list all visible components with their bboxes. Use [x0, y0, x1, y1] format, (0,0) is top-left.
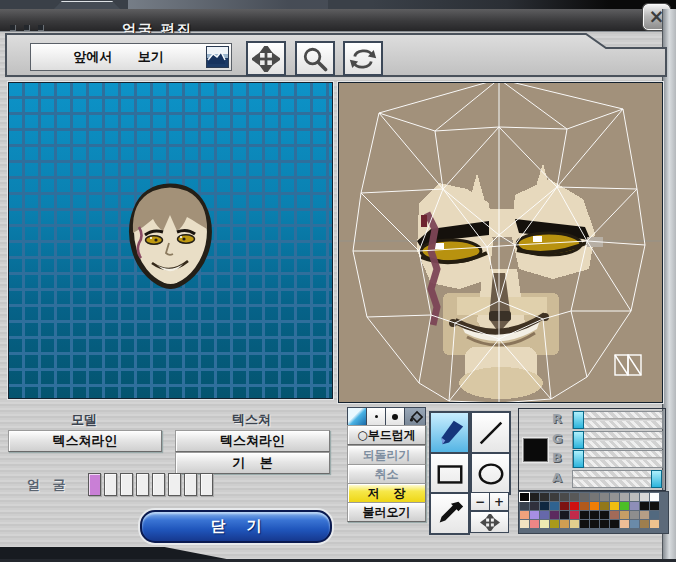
palette-swatch[interactable] [640, 511, 649, 519]
face-slot[interactable] [104, 473, 117, 496]
current-color-swatch[interactable] [523, 438, 548, 462]
palette-swatch[interactable] [640, 520, 649, 528]
undo-button[interactable]: 되돌리기 [347, 445, 426, 465]
face-slot[interactable] [120, 473, 133, 496]
palette-swatch[interactable] [580, 493, 589, 501]
palette-swatch[interactable] [600, 493, 609, 501]
palette-swatch[interactable] [620, 511, 629, 519]
palette-swatch[interactable] [540, 493, 549, 501]
pen-size-large-button[interactable] [385, 407, 405, 426]
palette-swatch[interactable] [530, 502, 539, 510]
palette-swatch[interactable] [560, 511, 569, 519]
palette-swatch[interactable] [530, 520, 539, 528]
slider-handle[interactable] [651, 470, 662, 488]
slider-handle[interactable] [573, 431, 584, 449]
load-button[interactable]: 불러오기 [347, 502, 426, 522]
slider-handle[interactable] [573, 450, 584, 468]
pen-size-medium-button[interactable] [366, 407, 386, 426]
palette-swatch[interactable] [550, 511, 559, 519]
line-tool-button[interactable] [470, 411, 511, 454]
palette-swatch[interactable] [640, 502, 649, 510]
palette-swatch[interactable] [570, 502, 579, 510]
texture-textureline-button[interactable]: 텍스쳐라인 [175, 430, 330, 452]
slider-alpha[interactable] [572, 470, 663, 488]
face-slot[interactable] [200, 473, 213, 496]
palette-swatch[interactable] [600, 502, 609, 510]
palette-swatch[interactable] [590, 502, 599, 510]
pan-tool-button[interactable] [470, 511, 509, 533]
palette-swatch[interactable] [620, 520, 629, 528]
zoom-out-button[interactable]: − [470, 492, 490, 511]
palette-swatch[interactable] [530, 493, 539, 501]
view-direction-dropdown[interactable]: 앞에서 보기 [30, 43, 232, 71]
palette-swatch[interactable] [610, 511, 619, 519]
palette-swatch[interactable] [540, 502, 549, 510]
dropdown-arrow-icon[interactable] [206, 46, 229, 68]
palette-swatch[interactable] [630, 520, 639, 528]
palette-swatch[interactable] [550, 520, 559, 528]
zoom-in-button[interactable]: + [489, 492, 509, 511]
face-slot[interactable] [152, 473, 165, 496]
palette-swatch[interactable] [570, 493, 579, 501]
palette-swatch[interactable] [640, 493, 649, 501]
texture-mesh-panel[interactable] [338, 82, 663, 403]
palette-swatch[interactable] [620, 493, 629, 501]
cancel-button[interactable]: 취소 [347, 464, 426, 484]
face-slot[interactable] [168, 473, 181, 496]
slider-blue[interactable] [572, 450, 663, 468]
palette-swatch[interactable] [560, 520, 569, 528]
palette-swatch[interactable] [560, 502, 569, 510]
save-button[interactable]: 저 장 [347, 483, 426, 503]
model-preview-panel[interactable] [8, 82, 333, 399]
slider-red[interactable] [572, 411, 663, 429]
palette-swatch[interactable] [610, 493, 619, 501]
palette-swatch[interactable] [550, 502, 559, 510]
palette-swatch[interactable] [580, 520, 589, 528]
fill-bucket-button[interactable] [404, 407, 426, 426]
palette-swatch[interactable] [620, 502, 629, 510]
palette-swatch[interactable] [540, 511, 549, 519]
face-slot[interactable] [184, 473, 197, 496]
palette-swatch[interactable] [520, 520, 529, 528]
close-dialog-button[interactable]: 닫 기 [140, 510, 332, 543]
palette-swatch[interactable] [580, 511, 589, 519]
palette-swatch[interactable] [590, 511, 599, 519]
palette-swatch[interactable] [520, 502, 529, 510]
palette-swatch[interactable] [520, 493, 529, 501]
palette-swatch[interactable] [650, 493, 659, 501]
rotate-view-button[interactable] [343, 41, 383, 76]
palette-swatch[interactable] [650, 511, 659, 519]
palette-swatch[interactable] [650, 520, 659, 528]
zoom-view-button[interactable] [295, 41, 335, 76]
title-bar[interactable]: 얼굴 편집 [0, 9, 663, 32]
model-textureline-button[interactable]: 텍스쳐라인 [8, 430, 162, 452]
brush-tool-button[interactable] [429, 411, 470, 454]
texture-basic-button[interactable]: 기 본 [175, 452, 330, 474]
palette-swatch[interactable] [600, 511, 609, 519]
ellipse-tool-button[interactable] [470, 452, 511, 495]
palette-swatch[interactable] [580, 502, 589, 510]
palette-swatch[interactable] [610, 502, 619, 510]
eyedropper-tool-button[interactable] [429, 492, 470, 535]
palette-swatch[interactable] [540, 520, 549, 528]
palette-swatch[interactable] [520, 511, 529, 519]
palette-swatch[interactable] [630, 511, 639, 519]
palette-swatch[interactable] [590, 520, 599, 528]
face-slot[interactable] [88, 473, 101, 496]
palette-swatch[interactable] [570, 511, 579, 519]
pen-size-small-button[interactable] [347, 407, 367, 426]
palette-swatch[interactable] [600, 520, 609, 528]
palette-swatch[interactable] [530, 511, 539, 519]
palette-swatch[interactable] [650, 502, 659, 510]
palette-swatch[interactable] [610, 520, 619, 528]
move-view-button[interactable] [246, 41, 286, 76]
palette-swatch[interactable] [560, 493, 569, 501]
smooth-toggle-button[interactable]: ○부드럽게 [347, 425, 426, 445]
slider-handle[interactable] [573, 411, 584, 429]
rectangle-tool-button[interactable] [429, 452, 470, 495]
palette-swatch[interactable] [570, 520, 579, 528]
face-slot[interactable] [136, 473, 149, 496]
palette-swatch[interactable] [550, 493, 559, 501]
palette-swatch[interactable] [590, 493, 599, 501]
palette-swatch[interactable] [630, 493, 639, 501]
